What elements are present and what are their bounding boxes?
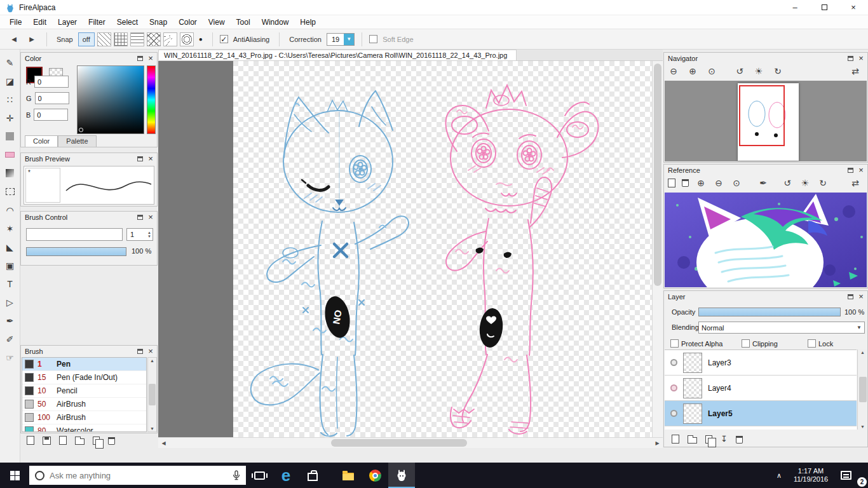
scroll-up-icon[interactable]: ▲ — [150, 358, 154, 363]
tab-color[interactable]: Color — [25, 135, 58, 147]
delete-brush-icon[interactable] — [108, 437, 115, 445]
close-icon[interactable]: × — [147, 55, 154, 62]
brush-list-item[interactable]: 50 AirBrush — [22, 398, 146, 411]
microphone-icon[interactable] — [233, 470, 240, 480]
menu-file[interactable]: File — [4, 18, 27, 27]
layer-list-scrollbar[interactable]: ▲ ▼ — [857, 349, 867, 430]
edge-button[interactable]: e — [273, 463, 299, 488]
halftone-tool-icon[interactable]: ∷ — [3, 93, 17, 106]
search-input[interactable] — [50, 471, 227, 480]
scrollbar-track[interactable] — [169, 438, 652, 448]
magic-wand-tool-icon[interactable]: ✶ — [3, 222, 17, 235]
layer-visibility-icon[interactable] — [670, 410, 677, 417]
close-icon[interactable]: × — [857, 166, 865, 174]
taskbar-clock[interactable]: 1:17 AM 11/19/2016 — [788, 467, 834, 484]
brush-folder-icon[interactable] — [75, 438, 85, 445]
layer-thumbnail[interactable] — [683, 403, 702, 424]
menu-tool[interactable]: Tool — [231, 18, 256, 27]
dock-icon[interactable] — [848, 294, 853, 299]
dock-icon[interactable] — [848, 56, 853, 61]
layer-row[interactable]: Layer4 — [665, 376, 857, 401]
zoom-in-icon[interactable]: ⊕ — [695, 177, 707, 189]
menu-edit[interactable]: Edit — [27, 18, 52, 27]
rotate-cw-icon[interactable]: ↻ — [817, 177, 829, 189]
canvas[interactable] — [233, 61, 652, 437]
step-back-button[interactable]: ◀ — [6, 32, 22, 47]
snap-grid-button[interactable] — [114, 32, 128, 46]
menu-window[interactable]: Window — [256, 18, 295, 27]
rotate-ccw-icon[interactable]: ↺ — [782, 177, 793, 189]
scroll-up-icon[interactable]: ▲ — [860, 350, 865, 355]
task-view-button[interactable] — [246, 463, 273, 488]
navigator-thumbnail[interactable] — [738, 83, 799, 161]
navigator-view[interactable] — [665, 81, 867, 161]
curve-tool-icon[interactable]: ✐ — [3, 332, 17, 346]
move-tool-icon[interactable]: ✛ — [3, 111, 17, 125]
scroll-down-icon[interactable]: ▼ — [150, 426, 154, 431]
brush-list-item[interactable]: 15 Pen (Fade In/Out) — [22, 371, 146, 384]
new-brush-icon[interactable] — [27, 436, 34, 445]
flip-horizontal-icon[interactable]: ⇄ — [850, 65, 861, 77]
close-icon[interactable]: × — [857, 293, 865, 301]
zoom-out-icon[interactable]: ⊖ — [668, 65, 679, 77]
step-forward-button[interactable]: ▶ — [24, 32, 39, 47]
select-object-tool-icon[interactable]: ▷ — [3, 295, 17, 309]
text-tool-icon[interactable]: T — [3, 277, 17, 290]
taskbar-search[interactable] — [29, 466, 246, 485]
brush-shape-tool-icon[interactable] — [3, 130, 17, 143]
reset-rotation-icon[interactable]: ☀ — [799, 177, 811, 189]
layer-row[interactable]: Layer3 — [665, 350, 857, 376]
layer-visibility-icon[interactable] — [670, 359, 677, 366]
antialiasing-checkbox[interactable]: ✓ — [220, 35, 228, 43]
brush-list-item[interactable]: 80 Watercolor — [22, 424, 146, 432]
layer-opacity-slider[interactable] — [698, 308, 841, 316]
close-icon[interactable]: × — [147, 155, 154, 163]
zoom-out-icon[interactable]: ⊖ — [713, 177, 724, 189]
action-center-button[interactable] — [835, 463, 857, 488]
file-explorer-button[interactable] — [335, 463, 362, 488]
scrollbar-thumb[interactable] — [331, 439, 467, 447]
rotate-ccw-icon[interactable]: ↺ — [734, 65, 745, 77]
spinner-arrows[interactable]: ▲ ▼ — [147, 231, 153, 238]
eyedropper-icon[interactable]: ✒ — [757, 177, 769, 189]
start-button[interactable] — [0, 463, 29, 488]
lock-checkbox[interactable] — [808, 339, 816, 348]
menu-filter[interactable]: Filter — [83, 18, 111, 27]
snap-parallel-button[interactable] — [97, 32, 111, 46]
store-button[interactable] — [299, 463, 326, 488]
delete-layer-icon[interactable] — [736, 436, 743, 444]
dock-icon[interactable] — [848, 168, 853, 173]
navigator-view-rectangle[interactable] — [739, 85, 785, 146]
duplicate-brush-icon[interactable] — [93, 437, 100, 445]
brush-name-input[interactable] — [26, 228, 123, 241]
close-icon[interactable]: × — [857, 55, 865, 62]
scroll-down-icon[interactable]: ▼ — [860, 424, 865, 429]
soft-eraser-tool-icon[interactable] — [3, 148, 17, 161]
pen-tool-icon[interactable]: ✎ — [3, 56, 17, 69]
layer-thumbnail[interactable] — [683, 378, 702, 398]
brush-list-item[interactable]: 10 Pencil — [22, 384, 146, 398]
dock-icon[interactable] — [137, 56, 143, 61]
eraser-tool-icon[interactable]: ◪ — [3, 74, 17, 88]
chevron-up-icon[interactable]: ∧ — [771, 471, 787, 480]
correction-dropdown[interactable]: 19 ▼ — [327, 33, 355, 46]
green-input[interactable] — [35, 92, 69, 104]
dock-icon[interactable] — [137, 215, 143, 220]
eyedropper-tool-icon[interactable]: ✒ — [3, 314, 17, 327]
brush-opacity-slider[interactable] — [26, 247, 126, 256]
new-layer-icon[interactable] — [672, 435, 679, 444]
blue-input[interactable] — [34, 109, 68, 121]
scrollbar-thumb[interactable] — [654, 64, 661, 286]
select-rect-tool-icon[interactable] — [3, 185, 17, 198]
menu-view[interactable]: View — [203, 18, 231, 27]
snap-cross-button[interactable] — [147, 32, 161, 46]
zoom-in-icon[interactable]: ⊕ — [687, 65, 698, 77]
clipping-checkbox[interactable] — [742, 339, 750, 348]
menu-select[interactable]: Select — [111, 18, 144, 27]
chrome-button[interactable] — [362, 463, 388, 488]
layer-thumbnail[interactable] — [683, 353, 702, 373]
notification-badge[interactable]: 2 — [857, 477, 867, 487]
snap-off-button[interactable]: off — [78, 32, 95, 46]
layer-row-partial[interactable] — [665, 426, 857, 430]
hue-slider[interactable] — [147, 65, 156, 134]
